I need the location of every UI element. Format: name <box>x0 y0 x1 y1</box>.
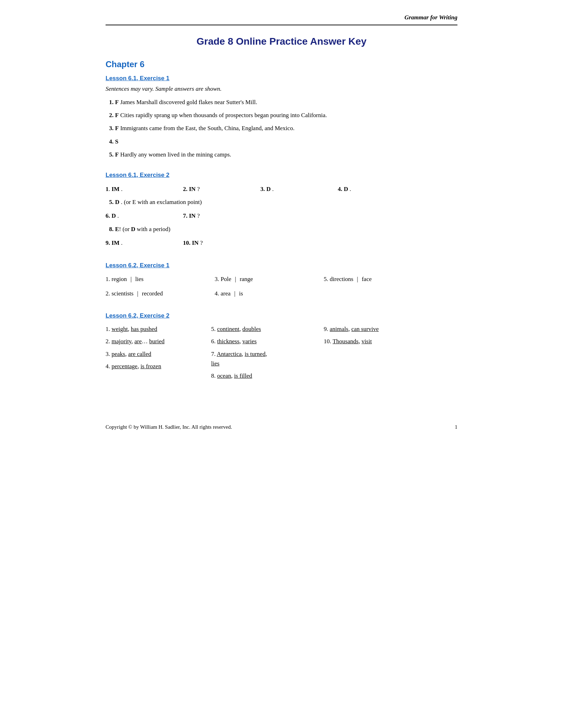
ex4-col3: 9. animals, can survive 10. Thousands, v… <box>324 323 429 347</box>
list-item: 2. scientists | recorded <box>106 287 215 300</box>
list-item: 4. percentage, is frozen <box>106 360 211 372</box>
list-item: 2. F Cities rapidly sprang up when thous… <box>106 110 457 120</box>
list-item: 4. area | is <box>215 287 324 300</box>
ex4-col1: 1. weight, has pushed 2. majority, are… … <box>106 323 211 372</box>
list-item: 6. thickness, varies <box>211 335 324 347</box>
lesson-62-ex1-title: Lesson 6.2, Exercise 1 <box>106 262 457 269</box>
ex4-grid: 1. weight, has pushed 2. majority, are… … <box>106 323 457 382</box>
list-item: 1. region | lies <box>106 273 215 286</box>
chapter-title: Chapter 6 <box>106 59 457 69</box>
lesson-62-ex2: Lesson 6.2, Exercise 2 1. weight, has pu… <box>106 312 457 382</box>
list-item <box>324 287 433 300</box>
list-item: 7. IN ? <box>183 209 260 223</box>
page-header: Grammar for Writing <box>106 14 457 25</box>
lesson-62-ex1: Lesson 6.2, Exercise 1 1. region | lies … <box>106 262 457 300</box>
ex2-row1: 1. IM . 2. IN ? 3. D . 4. D . <box>106 182 457 196</box>
list-item: 10. IN ? <box>183 236 260 250</box>
list-item: 5. F Hardly any women lived in the minin… <box>106 150 457 159</box>
sample-note: Sentences may vary. Sample answers are s… <box>106 85 457 92</box>
lesson-61-ex2-title: Lesson 6.1, Exercise 2 <box>106 172 457 179</box>
list-item: 9. IM . <box>106 236 183 250</box>
ex4-col2: 5. continent, doubles 6. thickness, vari… <box>211 323 324 382</box>
list-item: 3. F Immigrants came from the East, the … <box>106 123 457 133</box>
list-item: 1. IM . <box>106 182 183 196</box>
list-item: 5. directions | face <box>324 273 433 286</box>
list-item: 4. S <box>106 137 457 146</box>
ex3-row1: 1. region | lies 3. Pole | range 5. dire… <box>106 273 457 286</box>
header-title: Grammar for Writing <box>404 14 457 21</box>
list-item: 10. Thousands, visit <box>324 335 429 347</box>
ex3-row2: 2. scientists | recorded 4. area | is <box>106 287 457 300</box>
ex2-row5: 9. IM . 10. IN ? <box>106 236 457 250</box>
list-item: 5. continent, doubles <box>211 323 324 335</box>
list-item: 2. majority, are… buried <box>106 335 211 347</box>
lesson-61-ex2: Lesson 6.1, Exercise 2 1. IM . 2. IN ? 3… <box>106 172 457 250</box>
list-item: 5. D . (or E with an exclamation point) <box>106 197 457 207</box>
list-item: 1. F James Marshall discovered gold flak… <box>106 97 457 107</box>
list-item: 8. ocean, is filled <box>211 370 324 382</box>
list-item: 2. IN ? <box>183 182 260 196</box>
list-item: 3. D . <box>260 182 338 196</box>
list-item: 8. E! (or D with a period) <box>106 224 457 234</box>
list-item: 1. weight, has pushed <box>106 323 211 335</box>
main-title: Grade 8 Online Practice Answer Key <box>106 36 457 47</box>
list-item: 6. D . <box>106 209 183 223</box>
list-item: 7. Antarctica, is turned,lies <box>211 348 324 370</box>
copyright: Copyright © by William H. Sadlier, Inc. … <box>106 424 232 430</box>
list-item: 4. D . <box>338 182 415 196</box>
page-footer: Copyright © by William H. Sadlier, Inc. … <box>106 424 457 430</box>
lesson-61-ex1: Lesson 6.1, Exercise 1 Sentences may var… <box>106 75 457 159</box>
list-item: 3. peaks, are called <box>106 348 211 360</box>
list-item: 3. Pole | range <box>215 273 324 286</box>
list-item: 9. animals, can survive <box>324 323 429 335</box>
lesson-62-ex2-title: Lesson 6.2, Exercise 2 <box>106 312 457 319</box>
ex2-row3: 6. D . 7. IN ? <box>106 209 457 223</box>
page-number: 1 <box>455 424 458 430</box>
lesson-61-ex1-title: Lesson 6.1, Exercise 1 <box>106 75 457 82</box>
